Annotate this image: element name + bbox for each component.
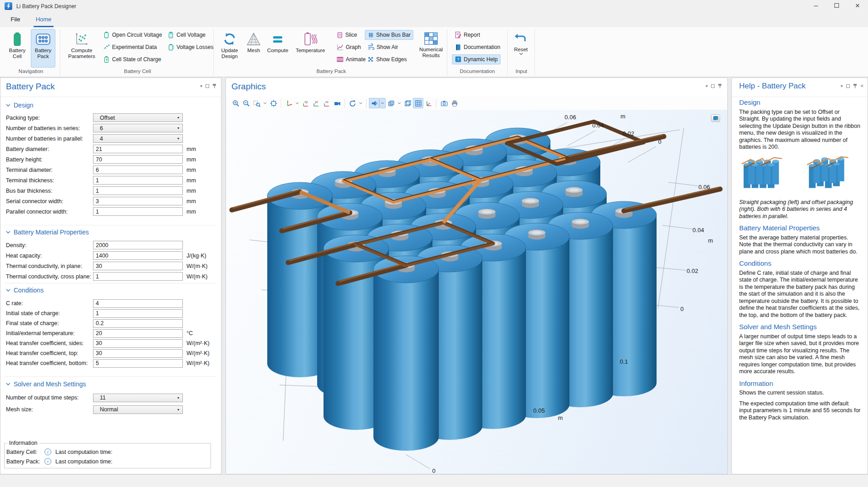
battery-cell-button[interactable]: Battery Cell — [5, 29, 29, 68]
float-icon[interactable] — [711, 84, 715, 88]
animate-button[interactable]: Animate — [334, 54, 368, 64]
chevron-down-icon: ▼ — [174, 116, 182, 119]
maximize-button[interactable] — [826, 0, 847, 12]
documentation-button[interactable]: Documentation — [452, 42, 503, 52]
tab-file[interactable]: File — [9, 12, 22, 27]
svg-text:xz: xz — [325, 100, 329, 103]
scene-light-icon[interactable] — [369, 98, 379, 108]
show-edges-button[interactable]: Show Edges — [365, 54, 409, 64]
battery-height-input[interactable]: 70 — [93, 155, 183, 164]
view-menu-icon[interactable] — [386, 98, 396, 108]
view-yz-icon[interactable]: yz — [311, 98, 321, 108]
chevron-down-icon[interactable] — [396, 98, 402, 108]
thermal-conductivity-cross-plane-input[interactable]: 1 — [93, 272, 183, 281]
batteries-in-parallel-select[interactable]: 4▼ — [93, 134, 183, 143]
bus-bar-thickness-input[interactable]: 1 — [93, 186, 183, 195]
section-design[interactable]: Design — [6, 102, 34, 109]
voltage-losses-button[interactable]: Voltage Losses — [165, 42, 216, 52]
view-xz-icon[interactable]: xz — [321, 98, 332, 108]
experimental-data-button[interactable]: Experimental Data — [101, 42, 160, 52]
terminal-thickness-input[interactable]: 1 — [93, 176, 183, 185]
final-state-of-charge-input[interactable]: 0.2 — [93, 319, 183, 328]
default-view-icon[interactable] — [284, 98, 294, 108]
packing-type-select[interactable]: Offset▼ — [93, 113, 183, 122]
close-icon[interactable]: ✕ — [860, 83, 864, 88]
plot-thumbnail-button[interactable] — [711, 114, 720, 122]
report-button[interactable]: Report — [452, 30, 483, 40]
grid-icon[interactable] — [413, 98, 423, 108]
pin-icon[interactable] — [853, 83, 857, 88]
terminal-diameter-input[interactable]: 6 — [93, 166, 183, 174]
density-input[interactable]: 2000 — [93, 241, 183, 249]
zoom-box-icon[interactable] — [251, 98, 262, 108]
print-icon[interactable] — [449, 98, 460, 108]
info-icon[interactable]: i — [44, 448, 51, 455]
graphics-canvas[interactable]: 0.060.040.020m0.060.040.020m0.10.050m — [226, 110, 727, 474]
group-label-documentation: Documentation — [449, 68, 505, 74]
batteries-in-series-select[interactable]: 6▼ — [93, 124, 183, 132]
initial-external-temperature-input[interactable]: 20 — [93, 329, 183, 338]
3d-scene[interactable]: 0.060.040.020m0.060.040.020m0.10.050m — [226, 110, 727, 474]
graph-button[interactable]: Graph — [334, 42, 363, 52]
compute-button[interactable]: Compute — [265, 29, 290, 68]
heat-transfer-sides-input[interactable]: 30 — [93, 339, 183, 348]
info-text: Last computation time: — [55, 458, 113, 465]
chevron-down-icon[interactable] — [379, 98, 386, 108]
show-bus-bar-button[interactable]: Show Bus Bar — [365, 30, 413, 40]
tab-home[interactable]: Home — [34, 12, 54, 27]
parallel-connector-width-input[interactable]: 1 — [93, 207, 183, 216]
snapshot-icon[interactable] — [439, 98, 449, 108]
projection-icon[interactable] — [332, 98, 342, 108]
initial-state-of-charge-input[interactable]: 1 — [93, 309, 183, 318]
minimize-button[interactable]: ─ — [805, 0, 826, 12]
pin-icon[interactable] — [718, 83, 722, 88]
float-icon[interactable] — [206, 84, 209, 88]
c-rate-input[interactable]: 4 — [93, 299, 183, 308]
chevron-down-icon[interactable] — [262, 98, 268, 108]
heat-transfer-top-input[interactable]: 30 — [93, 349, 183, 358]
close-button[interactable]: ✕ — [847, 0, 868, 12]
output-time-steps-select[interactable]: 11▼ — [93, 394, 183, 402]
cell-state-of-charge-button[interactable]: Cell State of Charge — [101, 54, 164, 64]
dynamic-help-button[interactable]: ? Dynamic Help — [452, 54, 500, 64]
compute-parameters-button[interactable]: Compute Parameters — [64, 29, 99, 68]
heat-capacity-input[interactable]: 1400 — [93, 251, 183, 260]
pin-icon[interactable] — [212, 83, 216, 88]
section-battery-material-properties[interactable]: Battery Material Properties — [6, 229, 89, 236]
section-conditions[interactable]: Conditions — [6, 287, 44, 294]
zoom-extents-icon[interactable] — [268, 98, 279, 108]
chevron-down-icon[interactable] — [294, 98, 300, 108]
cell-voltage-button[interactable]: Cell Voltage — [165, 30, 208, 40]
battery-diameter-input[interactable]: 21 — [93, 145, 183, 153]
serial-connector-width-input[interactable]: 3 — [93, 197, 183, 205]
zoom-in-icon[interactable] — [230, 98, 241, 108]
view-xy-icon[interactable]: xy — [300, 98, 311, 108]
zoom-out-icon[interactable] — [241, 98, 251, 108]
wireframe-icon[interactable] — [402, 98, 413, 108]
axes-icon[interactable] — [423, 98, 434, 108]
form-row: Battery diameter: 21mm — [0, 144, 221, 154]
show-edges-icon — [368, 56, 374, 63]
reset-button[interactable]: Reset — [510, 29, 532, 68]
slice-button[interactable]: Slice — [334, 30, 360, 40]
numerical-results-button[interactable]: Numerical Results — [415, 29, 447, 68]
mesh-button[interactable]: Mesh — [244, 29, 263, 68]
heat-transfer-bottom-input[interactable]: 5 — [93, 359, 183, 368]
chevron-down-icon[interactable] — [358, 98, 364, 108]
mesh-size-select[interactable]: Normal▼ — [93, 405, 183, 414]
button-label: Show Bus Bar — [376, 32, 411, 38]
open-circuit-voltage-button[interactable]: Open Circuit Voltage — [101, 30, 165, 40]
info-icon[interactable]: i — [44, 458, 51, 465]
battery-pack-button[interactable]: Battery Pack — [31, 29, 55, 68]
temperature-button[interactable]: Temperature — [292, 29, 329, 68]
float-icon[interactable] — [846, 84, 850, 88]
rotate-icon[interactable] — [347, 98, 358, 108]
show-air-button[interactable]: Show Air — [365, 42, 401, 52]
update-design-button[interactable]: Update Design — [217, 29, 242, 68]
chevron-down-icon[interactable]: ▾ — [706, 83, 708, 88]
thermal-conductivity-in-plane-input[interactable]: 30 — [93, 262, 183, 270]
chevron-down-icon[interactable]: ▾ — [200, 83, 202, 88]
chevron-down-icon[interactable]: ▾ — [841, 83, 843, 88]
plot-thumbnail-icon — [713, 116, 718, 120]
section-solver-and-mesh[interactable]: Solver and Mesh Settings — [6, 380, 86, 388]
